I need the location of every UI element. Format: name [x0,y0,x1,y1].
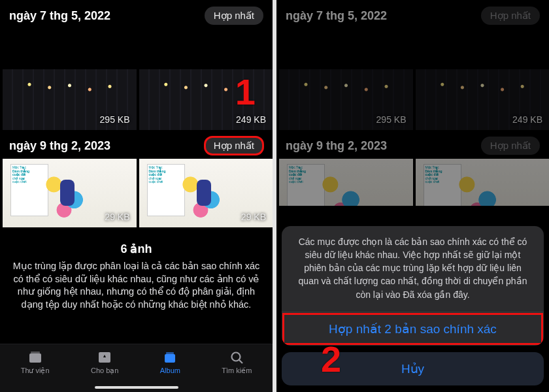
group-date: ngày 7 thg 5, 2022 [286,9,387,23]
photo-thumb[interactable]: 249 KB [416,29,550,130]
merge-button[interactable]: Hợp nhất [481,137,540,155]
svg-rect-0 [29,353,41,363]
search-icon [228,350,245,365]
group-2-thumbs: Mộc Trạc Dám thẳng cuộc đời chớ ngại cuộ… [276,159,549,206]
svg-point-5 [232,353,241,361]
file-size-badge: 29 KB [105,212,129,222]
screenshot-step-2: ngày 7 thg 5, 2022 Hợp nhất 295 KB 249 K… [276,0,549,392]
group-header-1: ngày 7 thg 5, 2022 Hợp nhất [0,0,273,29]
svg-rect-4 [166,352,174,354]
photo-thumb[interactable]: Mộc Trạc Dám thẳng cuộc đời chớ ngại cuộ… [139,159,273,227]
screenshot-step-1: ngày 7 thg 5, 2022 Hợp nhất 295 KB 249 K… [0,0,273,392]
group-date: ngày 9 thg 2, 2023 [9,139,110,153]
duplicates-list: ngày 7 thg 5, 2022 Hợp nhất 295 KB 249 K… [0,0,273,321]
home-indicator[interactable] [95,386,178,389]
photo-thumb[interactable]: Mộc Trạc Dám thẳng cuộc đời chớ ngại cuộ… [279,159,413,206]
foryou-icon [96,350,113,365]
file-size-badge: 249 KB [512,114,542,125]
group-1-thumbs: 295 KB 249 KB [0,29,273,130]
merge-button[interactable]: Hợp nhất [481,7,540,25]
svg-rect-1 [31,351,40,353]
tab-bar: Thư viện Cho bạn Album Tìm kiếm [0,344,273,392]
group-header-1: ngày 7 thg 5, 2022 Hợp nhất [276,0,549,29]
svg-line-6 [239,360,242,363]
duplicates-list: ngày 7 thg 5, 2022 Hợp nhất 295 KB 249 K… [276,0,549,206]
group-header-2: ngày 9 thg 2, 2023 Hợp nhất [0,130,273,159]
tab-for-you[interactable]: Cho bạn [91,350,118,375]
group-1-thumbs: 295 KB 249 KB [276,29,549,130]
tab-album[interactable]: Album [160,350,180,374]
photo-thumb[interactable]: 295 KB [3,29,137,130]
tab-search[interactable]: Tìm kiếm [222,350,252,375]
sheet-message: Các mục được chọn là các bản sao chính x… [282,226,544,312]
group-date: ngày 9 thg 2, 2023 [286,139,387,153]
album-icon [161,350,178,365]
annotation-step-number: 1 [235,71,256,113]
group-header-2: ngày 9 thg 2, 2023 Hợp nhất [276,130,549,159]
tab-library[interactable]: Thư viện [21,350,50,375]
annotation-step-number: 2 [321,338,341,380]
group-date: ngày 7 thg 5, 2022 [9,9,110,23]
file-size-badge: 295 KB [376,114,407,125]
library-icon [27,350,44,365]
file-size-badge: 249 KB [236,114,266,125]
svg-rect-3 [165,354,175,363]
photo-thumb[interactable]: Mộc Trạc Dám thẳng cuộc đời chớ ngại cuộ… [416,159,550,206]
merge-button[interactable]: Hợp nhất [205,7,263,25]
photo-thumb[interactable]: Mộc Trạc Dám thẳng cuộc đời chớ ngại cuộ… [3,159,137,227]
file-size-badge: 295 KB [100,114,130,125]
photo-thumb[interactable]: 295 KB [279,29,413,130]
summary-count: 6 ảnh [0,242,273,256]
summary-description: Mục trùng lặp được phân loại là cả các b… [0,256,273,321]
merge-button[interactable]: Hợp nhất [205,137,263,155]
group-2-thumbs: Mộc Trạc Dám thẳng cuộc đời chớ ngại cuộ… [0,159,273,227]
file-size-badge: 29 KB [241,212,266,222]
action-sheet-card: Các mục được chọn là các bản sao chính x… [282,226,544,346]
